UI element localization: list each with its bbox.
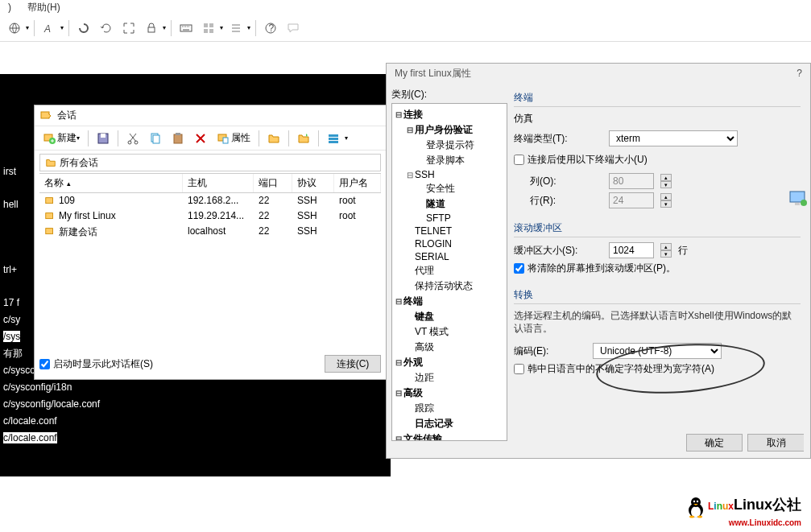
collapse-icon[interactable]: ⊟ — [394, 358, 403, 367]
collapse-icon[interactable]: ⊟ — [394, 435, 403, 441]
globe-icon[interactable] — [5, 19, 24, 38]
dropdown-icon[interactable]: ▾ — [163, 24, 166, 31]
save-icon[interactable] — [93, 130, 113, 146]
svg-rect-4 — [204, 23, 208, 27]
category-tree[interactable]: ⊟连接⊟用户身份验证登录提示符登录脚本⊟SSH安全性隧道SFTPTELNETRL… — [391, 103, 507, 441]
collapse-icon[interactable]: ⊟ — [394, 389, 403, 398]
tree-node[interactable]: 键盘 — [394, 309, 505, 324]
fullscreen-icon[interactable] — [119, 19, 139, 38]
dropdown-icon[interactable]: ▾ — [220, 24, 223, 31]
tree-node[interactable]: ⊟连接 — [394, 107, 505, 122]
rows-input[interactable] — [609, 192, 654, 208]
dropdown-icon[interactable]: ▾ — [77, 134, 80, 142]
terminal-type-select[interactable]: xterm — [609, 130, 738, 146]
connect-button[interactable]: 连接(C) — [325, 355, 381, 373]
rows-spinner[interactable]: ▴▾ — [660, 193, 672, 208]
refresh-icon[interactable] — [97, 19, 116, 38]
tree-node[interactable]: ⊟终端 — [394, 294, 505, 309]
tree-node[interactable]: 登录脚本 — [394, 153, 505, 168]
tree-node[interactable]: 代理 — [394, 263, 505, 278]
tree-node[interactable]: 保持活动状态 — [394, 278, 505, 294]
svg-rect-14 — [101, 134, 106, 138]
col-host[interactable]: 主机 — [183, 174, 254, 192]
buffer-spinner[interactable]: ▴▾ — [660, 243, 672, 258]
tree-node[interactable]: ⊟用户身份验证 — [394, 122, 505, 138]
svg-rect-23 — [329, 134, 338, 137]
sessions-breadcrumb[interactable]: 所有会话 — [39, 154, 381, 171]
grid-icon[interactable] — [199, 19, 218, 38]
dropdown-icon[interactable]: ▾ — [247, 24, 250, 31]
tree-node[interactable]: SFTP — [394, 212, 505, 225]
col-name[interactable]: 名称▴ — [39, 174, 183, 192]
properties-button[interactable]: 属性 — [213, 130, 254, 146]
collapse-icon[interactable]: ⊟ — [405, 171, 415, 179]
folder-icon[interactable] — [264, 130, 283, 146]
tree-label: 跟踪 — [415, 402, 434, 415]
encoding-select[interactable]: Unicode (UTF-8) — [593, 343, 722, 359]
cut-icon[interactable] — [123, 130, 143, 146]
dropdown-icon[interactable]: ▾ — [345, 134, 348, 142]
tree-label: TELNET — [415, 225, 452, 237]
properties-title: My first Linux属性 — [395, 67, 471, 80]
copy-icon[interactable] — [146, 130, 165, 146]
delete-icon[interactable] — [191, 130, 210, 146]
menubar: ) 帮助(H) — [0, 0, 811, 14]
svg-point-31 — [801, 200, 807, 206]
swirl-icon[interactable] — [74, 19, 93, 38]
list-item[interactable]: My first Linux 119.29.214...22SSHroot — [39, 208, 381, 224]
session-icon — [44, 211, 56, 222]
tree-node[interactable]: 登录提示符 — [394, 138, 505, 153]
col-proto[interactable]: 协议 — [292, 174, 334, 192]
view-icon[interactable] — [324, 130, 343, 146]
svg-rect-2 — [148, 27, 155, 32]
col-port[interactable]: 端口 — [254, 174, 292, 192]
cols-spinner[interactable]: ▴▾ — [660, 174, 672, 188]
new-folder-icon[interactable] — [294, 130, 313, 146]
list-icon[interactable] — [226, 19, 246, 38]
tree-node[interactable]: ⊟高级 — [394, 386, 505, 401]
tree-node[interactable]: 跟踪 — [394, 401, 505, 416]
help-icon[interactable]: ? — [797, 68, 802, 79]
cancel-button[interactable]: 取消 — [747, 434, 804, 452]
tree-node[interactable]: 安全性 — [394, 181, 505, 196]
tree-node[interactable]: 隧道 — [394, 196, 505, 212]
tree-node[interactable]: ⊟文件传输 — [394, 431, 505, 441]
tree-label: 文件传输 — [403, 432, 442, 441]
push-cleared-checkbox[interactable]: 将清除的屏幕推到滚动缓冲区(P)。 — [514, 262, 801, 275]
paste-icon[interactable] — [168, 130, 188, 146]
monitor-icon[interactable] — [789, 191, 807, 207]
font-icon[interactable]: A — [39, 19, 59, 38]
new-session-button[interactable]: 新建 ▾ — [39, 130, 83, 146]
col-user[interactable]: 用户名 — [334, 174, 381, 192]
tree-node[interactable]: 高级 — [394, 340, 505, 355]
ok-button[interactable]: 确定 — [686, 434, 743, 452]
collapse-icon[interactable]: ⊟ — [394, 297, 403, 306]
list-item[interactable]: 新建会话 localhost22SSH — [39, 224, 381, 241]
use-terminal-size-checkbox[interactable]: 连接后使用以下终端大小(U) — [514, 153, 801, 167]
chat-icon[interactable] — [283, 19, 303, 38]
menu-help[interactable]: 帮助(H) — [27, 1, 60, 14]
tree-node[interactable]: SERIAL — [394, 250, 505, 263]
svg-rect-27 — [46, 212, 53, 218]
collapse-icon[interactable]: ⊟ — [405, 126, 415, 134]
tree-node[interactable]: RLOGIN — [394, 237, 505, 250]
list-item[interactable]: 109 192.168.2...22SSHroot — [39, 193, 381, 208]
help-icon[interactable]: ? — [261, 19, 280, 38]
dropdown-icon[interactable]: ▾ — [60, 24, 64, 31]
collapse-icon[interactable]: ⊟ — [394, 110, 403, 119]
tree-node[interactable]: TELNET — [394, 225, 505, 237]
tree-node[interactable]: ⊟外观 — [394, 355, 505, 370]
tree-node[interactable]: 日志记录 — [394, 416, 505, 431]
cols-input[interactable] — [609, 173, 654, 189]
dropdown-icon[interactable]: ▾ — [26, 24, 29, 31]
cjk-wide-checkbox[interactable]: 韩中日语言中的不确定字符处理为宽字符(A) — [514, 362, 801, 376]
keyboard-icon[interactable] — [176, 19, 196, 38]
tree-label: SFTP — [426, 212, 451, 224]
buffer-input[interactable] — [609, 242, 654, 258]
tree-node[interactable]: 边距 — [394, 370, 505, 386]
sessions-list: 109 192.168.2...22SSHroot My first Linux… — [39, 193, 381, 241]
lock-icon[interactable] — [142, 19, 161, 38]
tree-node[interactable]: ⊟SSH — [394, 168, 505, 181]
show-on-start-checkbox[interactable]: 启动时显示此对话框(S) — [39, 357, 153, 371]
tree-node[interactable]: VT 模式 — [394, 324, 505, 340]
